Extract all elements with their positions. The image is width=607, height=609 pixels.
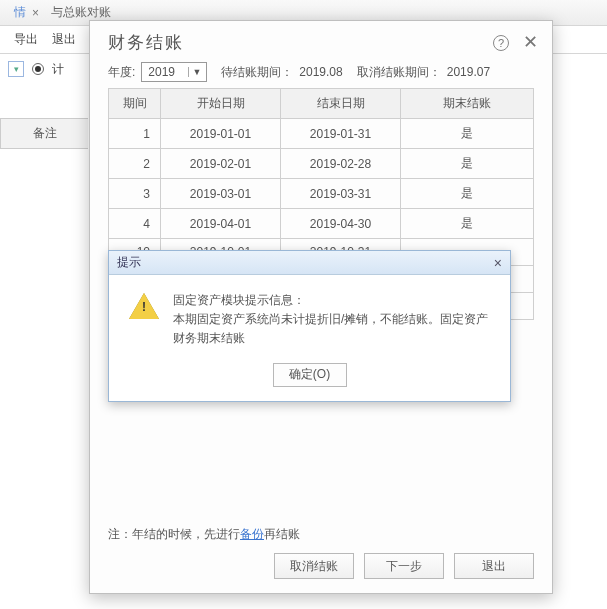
footer-note: 注：年结的时候，先进行备份再结账 — [90, 518, 552, 543]
backup-link[interactable]: 备份 — [240, 527, 264, 541]
radio-selected[interactable] — [32, 63, 44, 75]
ok-button[interactable]: 确定(O) — [273, 363, 347, 387]
alert-dialog: 提示 × ! 固定资产模块提示信息： 本期固定资产系统尚未计提折旧/摊销，不能结… — [108, 250, 511, 402]
pending-value: 2019.08 — [299, 65, 342, 79]
dropdown-toggle-icon[interactable]: ▾ — [8, 61, 24, 77]
remark-column-header: 备注 — [0, 118, 88, 149]
th-period: 期间 — [109, 89, 161, 119]
next-button[interactable]: 下一步 — [364, 553, 444, 579]
warning-icon: ! — [129, 293, 159, 321]
th-start: 开始日期 — [161, 89, 281, 119]
table-row[interactable]: 12019-01-012019-01-31是 — [109, 119, 534, 149]
export-button[interactable]: 导出 — [14, 31, 38, 48]
alert-message: 固定资产模块提示信息： 本期固定资产系统尚未计提折旧/摊销，不能结账。固定资产财… — [173, 291, 490, 349]
tab-active[interactable]: 情 × — [8, 4, 45, 21]
help-icon[interactable]: ? — [493, 35, 509, 51]
alert-title: 提示 — [117, 254, 141, 271]
cancel-period-label: 取消结账期间： — [357, 64, 441, 81]
th-end: 结束日期 — [281, 89, 401, 119]
table-row[interactable]: 22019-02-012019-02-28是 — [109, 149, 534, 179]
table-row[interactable]: 32019-03-012019-03-31是 — [109, 179, 534, 209]
exit-button[interactable]: 退出 — [454, 553, 534, 579]
th-closed: 期末结账 — [401, 89, 534, 119]
tab-label: 情 — [14, 4, 26, 21]
close-icon[interactable]: × — [32, 6, 39, 20]
year-label: 年度: — [108, 64, 135, 81]
year-select[interactable]: 2019 ▼ — [141, 62, 207, 82]
cancel-period-value: 2019.07 — [447, 65, 490, 79]
close-icon[interactable]: × — [494, 255, 502, 271]
exit-button[interactable]: 退出 — [52, 31, 76, 48]
pending-label: 待结账期间： — [221, 64, 293, 81]
chevron-down-icon: ▼ — [188, 67, 204, 77]
dialog-title: 财务结账 — [108, 31, 184, 54]
tab-secondary-label: 与总账对账 — [51, 4, 111, 21]
cancel-close-button[interactable]: 取消结账 — [274, 553, 354, 579]
radio-label: 计 — [52, 61, 64, 78]
close-icon[interactable]: ✕ — [523, 35, 538, 51]
table-row[interactable]: 42019-04-012019-04-30是 — [109, 209, 534, 239]
year-value: 2019 — [148, 65, 175, 79]
